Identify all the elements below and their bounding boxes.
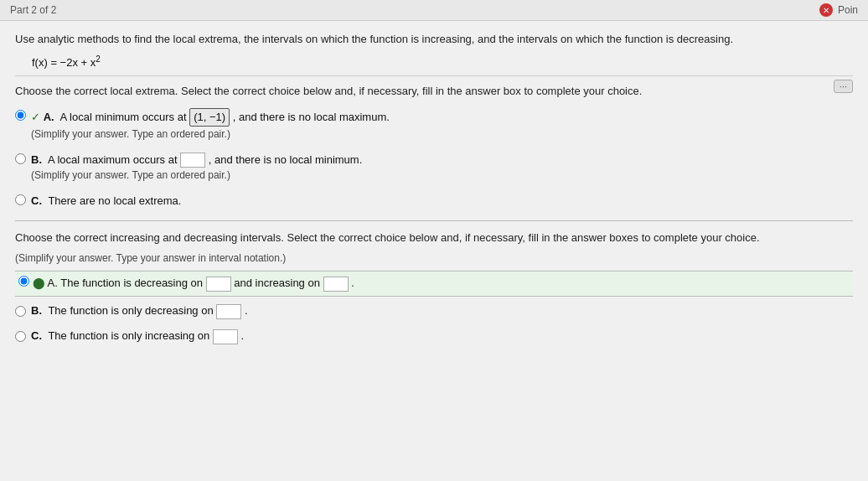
section1-radio-group: ✓ A. A local minimum occurs at (1, −1) ,…: [15, 106, 853, 212]
part-label: Part 2 of 2: [10, 4, 56, 16]
check-mark-a: ✓: [31, 111, 40, 123]
section1-label-b: B.: [31, 153, 42, 166]
function-display: f(x) = −2x + x2: [32, 54, 853, 69]
option-a-before: A local minimum occurs at: [60, 111, 190, 123]
section2-label: Choose the correct increasing and decrea…: [15, 230, 853, 246]
section2-input-a2[interactable]: [323, 277, 349, 292]
section1-label-c: C.: [31, 194, 42, 207]
check-mark-2a: ⬤: [33, 277, 45, 289]
section2-option-a: ⬤ A. The function is decreasing on and i…: [15, 271, 853, 297]
section1-option-a-text: ✓ A. A local minimum occurs at (1, −1) ,…: [31, 108, 390, 142]
section2-b-text: The function is only decreasing on: [48, 304, 216, 317]
section2-input-a1[interactable]: [206, 277, 231, 292]
section2-option-b: B. The function is only decreasing on .: [15, 302, 853, 322]
option-b-after: , and there is no local minimum.: [209, 153, 363, 166]
section2-sublabel: (Simplify your answer. Type your answer …: [15, 252, 853, 264]
section1-radio-a[interactable]: [15, 110, 26, 121]
section2-a-period: .: [351, 277, 354, 289]
section1-option-c: C. There are no local extrema.: [15, 190, 853, 212]
points-label: Poin: [838, 4, 858, 16]
option-b-subtext: (Simplify your answer. Type an ordered p…: [31, 168, 362, 183]
section2-label-a: A.: [48, 277, 58, 289]
section2-option-c: C. The function is only increasing on .: [15, 327, 853, 347]
section1-option-c-text: C. There are no local extrema.: [31, 193, 181, 209]
section2-a-text-middle: and increasing on: [234, 277, 323, 289]
section2-label-c: C.: [31, 329, 42, 342]
main-container: Part 2 of 2 ✕ Poin Use analytic methods …: [0, 0, 868, 481]
expand-button[interactable]: ···: [834, 80, 853, 93]
section1-option-b-text: B. A local maximum occurs at , and there…: [31, 152, 362, 184]
section1-label: Choose the correct local extrema. Select…: [15, 83, 853, 100]
section2-option-c-content: C. The function is only increasing on .: [31, 329, 244, 344]
option-a-after: , and there is no local maximum.: [233, 111, 390, 123]
section1-radio-b[interactable]: [15, 153, 26, 164]
section1-input-b[interactable]: [180, 153, 205, 168]
section1-radio-c[interactable]: [15, 194, 26, 205]
section2-c-period: .: [241, 329, 245, 342]
section2-a-text-before: The function is decreasing on: [60, 277, 205, 289]
close-button[interactable]: ✕: [819, 3, 833, 17]
section2-input-c[interactable]: [213, 329, 238, 344]
option-a-subtext: (Simplify your answer. Type an ordered p…: [31, 127, 390, 142]
divider-1: [15, 75, 853, 76]
section1-label-a: A.: [44, 111, 54, 123]
section2-option-b-content: B. The function is only decreasing on .: [31, 304, 248, 319]
content-area: Use analytic methods to find the local e…: [0, 21, 868, 362]
function-text: f(x) = −2x + x2: [32, 56, 101, 69]
section2-radio-group: ⬤ A. The function is decreasing on and i…: [15, 271, 853, 347]
section2-radio-a[interactable]: [18, 276, 29, 287]
section1-option-b: B. A local maximum occurs at , and there…: [15, 149, 853, 186]
section2-label-b: B.: [31, 304, 42, 317]
section2-radio-b[interactable]: [15, 306, 26, 317]
top-bar-right: ✕ Poin: [819, 3, 858, 17]
top-bar: Part 2 of 2 ✕ Poin: [0, 0, 868, 21]
option-b-before: A local maximum occurs at: [48, 153, 180, 166]
section1-answer-a: (1, −1): [189, 108, 230, 127]
section2-c-text: The function is only increasing on: [48, 329, 213, 342]
section1-option-a: ✓ A. A local minimum occurs at (1, −1) ,…: [15, 106, 853, 144]
section2-b-period: .: [245, 304, 248, 317]
section2-input-b[interactable]: [216, 304, 241, 319]
option-c-text: There are no local extrema.: [48, 194, 181, 207]
section-divider: [15, 220, 853, 221]
question-instructions: Use analytic methods to find the local e…: [15, 31, 853, 48]
section2-radio-c[interactable]: [15, 331, 26, 342]
